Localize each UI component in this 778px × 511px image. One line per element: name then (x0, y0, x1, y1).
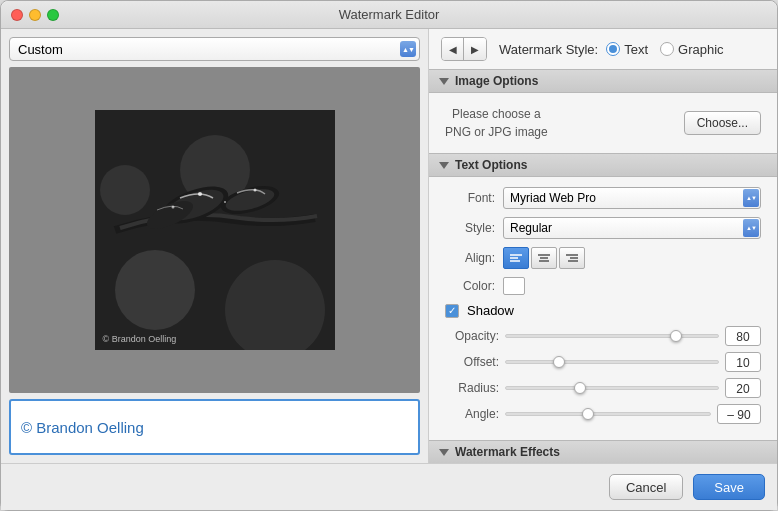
close-button[interactable] (11, 9, 23, 21)
shadow-header: Shadow (445, 303, 761, 318)
svg-point-4 (100, 165, 150, 215)
radio-graphic-label: Graphic (678, 42, 724, 57)
align-center-button[interactable] (531, 247, 557, 269)
preview-area: © Brandon Oelling (9, 67, 420, 393)
image-options-text: Please choose a PNG or JPG image (445, 105, 548, 141)
window-title: Watermark Editor (339, 7, 440, 22)
title-bar: Watermark Editor (1, 1, 777, 29)
opacity-slider[interactable] (505, 334, 719, 338)
offset-slider[interactable] (505, 360, 719, 364)
opacity-row: Opacity: 80 (445, 326, 761, 346)
radius-thumb[interactable] (574, 382, 586, 394)
radius-label: Radius: (445, 381, 499, 395)
nav-next-button[interactable]: ▶ (464, 38, 486, 60)
nav-buttons: ◀ ▶ (441, 37, 487, 61)
window: Watermark Editor Custom (0, 0, 778, 511)
preset-select[interactable]: Custom (9, 37, 420, 61)
offset-thumb[interactable] (553, 356, 565, 368)
save-button[interactable]: Save (693, 474, 765, 500)
radio-graphic-circle (660, 42, 674, 56)
title-bar-buttons (11, 9, 59, 21)
nav-prev-button[interactable]: ◀ (442, 38, 464, 60)
style-label: Style: (445, 221, 495, 235)
align-label: Align: (445, 251, 495, 265)
radio-text-circle (606, 42, 620, 56)
style-select[interactable]: Regular (503, 217, 761, 239)
svg-point-13 (224, 201, 226, 203)
offset-row: Offset: 10 (445, 352, 761, 372)
font-row: Font: Myriad Web Pro (445, 187, 761, 209)
top-bar-left: Custom (9, 37, 420, 61)
footer: Cancel Save (1, 463, 777, 510)
shadow-label: Shadow (467, 303, 514, 318)
radius-row: Radius: 20 (445, 378, 761, 398)
color-row: Color: (445, 277, 761, 295)
align-buttons (503, 247, 585, 269)
main-content: Custom (1, 29, 777, 463)
text-options-triangle (439, 162, 449, 169)
image-options-content: Please choose a PNG or JPG image Choose.… (429, 93, 777, 153)
watermark-style-label: Watermark Style: (499, 42, 598, 57)
opacity-label: Opacity: (445, 329, 499, 343)
opacity-value: 80 (725, 326, 761, 346)
watermark-text-box[interactable]: © Brandon Oelling (9, 399, 420, 455)
color-label: Color: (445, 279, 495, 293)
watermark-text: © Brandon Oelling (21, 419, 144, 436)
text-options-content: Font: Myriad Web Pro Style: Regular (429, 177, 777, 440)
svg-point-12 (171, 206, 174, 209)
plant-silhouette (95, 110, 335, 350)
font-select-wrapper: Myriad Web Pro (503, 187, 761, 209)
radio-text-label: Text (624, 42, 648, 57)
preset-select-wrapper: Custom (9, 37, 420, 61)
cancel-button[interactable]: Cancel (609, 474, 683, 500)
radio-graphic[interactable]: Graphic (660, 42, 724, 57)
image-options-title: Image Options (455, 74, 538, 88)
font-select[interactable]: Myriad Web Pro (503, 187, 761, 209)
watermark-effects-triangle (439, 449, 449, 456)
angle-label: Angle: (445, 407, 499, 421)
image-options-header: Image Options (429, 69, 777, 93)
svg-point-11 (253, 189, 256, 192)
angle-value: – 90 (717, 404, 761, 424)
align-right-button[interactable] (559, 247, 585, 269)
align-row: Align: (445, 247, 761, 269)
radius-value: 20 (725, 378, 761, 398)
svg-point-1 (115, 250, 195, 330)
opacity-thumb[interactable] (670, 330, 682, 342)
style-row: Style: Regular (445, 217, 761, 239)
angle-row: Angle: – 90 (445, 404, 761, 424)
radio-group: Text Graphic (606, 42, 723, 57)
maximize-button[interactable] (47, 9, 59, 21)
preview-credit: © Brandon Oelling (103, 334, 177, 344)
font-label: Font: (445, 191, 495, 205)
top-bar-right: ◀ ▶ Watermark Style: Text Graphic (429, 29, 777, 69)
text-options-title: Text Options (455, 158, 527, 172)
watermark-effects-header: Watermark Effects (429, 440, 777, 463)
right-panel: ◀ ▶ Watermark Style: Text Graphic (429, 29, 777, 463)
angle-thumb[interactable] (582, 408, 594, 420)
angle-slider[interactable] (505, 412, 711, 416)
choose-button[interactable]: Choose... (684, 111, 761, 135)
minimize-button[interactable] (29, 9, 41, 21)
watermark-effects-title: Watermark Effects (455, 445, 560, 459)
color-swatch[interactable] (503, 277, 525, 295)
image-options-triangle (439, 78, 449, 85)
svg-point-10 (198, 192, 202, 196)
style-select-wrapper: Regular (503, 217, 761, 239)
shadow-checkbox[interactable] (445, 304, 459, 318)
radius-slider[interactable] (505, 386, 719, 390)
offset-label: Offset: (445, 355, 499, 369)
preview-image: © Brandon Oelling (95, 110, 335, 350)
left-panel: Custom (1, 29, 429, 463)
text-options-header: Text Options (429, 153, 777, 177)
align-left-button[interactable] (503, 247, 529, 269)
radio-text[interactable]: Text (606, 42, 648, 57)
offset-value: 10 (725, 352, 761, 372)
